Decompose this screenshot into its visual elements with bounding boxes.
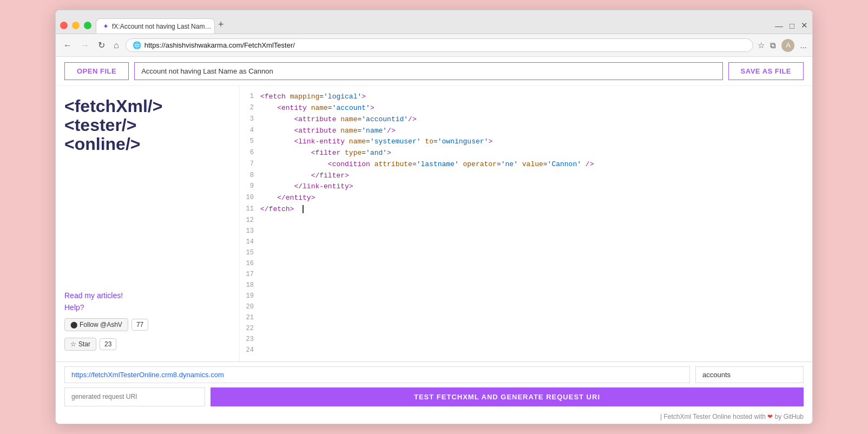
toolbar: OPEN FILE SAVE AS FILE bbox=[56, 57, 812, 86]
code-line: 22 bbox=[240, 324, 812, 334]
line-content bbox=[260, 237, 812, 248]
star-buttons: ☆ Star 23 bbox=[64, 338, 231, 351]
footer-text-after: by GitHub bbox=[775, 413, 804, 420]
generate-button[interactable]: TEST FETCHXML AND GENERATE REQUEST URI bbox=[211, 387, 804, 406]
code-line: 7 <condition attribute='lastname' operat… bbox=[240, 159, 812, 170]
title-bar: ✦ fX:Account not having Last Nam… ✕ + — … bbox=[56, 10, 812, 34]
github-star-button[interactable]: ☆ Star bbox=[64, 338, 96, 351]
line-number: 20 bbox=[240, 302, 260, 313]
code-line: 14 bbox=[240, 237, 812, 248]
line-content bbox=[260, 302, 812, 313]
line-number: 17 bbox=[240, 269, 260, 280]
code-line: 6 <filter type='and'> bbox=[240, 148, 812, 159]
collections-icon[interactable]: ⧉ bbox=[770, 41, 776, 50]
url-row bbox=[64, 366, 804, 383]
line-content bbox=[260, 259, 812, 269]
close-window-button[interactable] bbox=[60, 22, 68, 29]
window-controls bbox=[60, 22, 91, 34]
line-content bbox=[260, 226, 812, 237]
github-buttons: ⬤ Follow @AshV 77 bbox=[64, 318, 231, 331]
line-content bbox=[260, 334, 812, 345]
filename-input[interactable] bbox=[134, 62, 722, 80]
read-articles-link[interactable]: Read my articles! bbox=[64, 291, 231, 300]
tab-actions: — □ ✕ bbox=[775, 21, 808, 34]
browser-window: ✦ fX:Account not having Last Nam… ✕ + — … bbox=[55, 10, 813, 424]
code-line: 8 </filter> bbox=[240, 170, 812, 182]
follow-label: Follow @AshV bbox=[80, 321, 122, 328]
line-number: 5 bbox=[240, 136, 260, 148]
logo-line3: <online/> bbox=[64, 135, 231, 154]
line-number: 2 bbox=[240, 103, 260, 114]
home-button[interactable]: ⌂ bbox=[111, 38, 121, 52]
line-number: 23 bbox=[240, 334, 260, 345]
line-content: </filter> bbox=[260, 170, 812, 182]
line-number: 1 bbox=[240, 91, 260, 103]
minimize-window-button[interactable] bbox=[72, 22, 80, 29]
line-number: 4 bbox=[240, 126, 260, 137]
line-number: 3 bbox=[240, 114, 260, 126]
logo-line2: <tester/> bbox=[64, 116, 231, 135]
open-file-button[interactable]: OPEN FILE bbox=[64, 62, 129, 80]
line-number: 24 bbox=[240, 345, 260, 356]
github-follow-button[interactable]: ⬤ Follow @AshV bbox=[64, 318, 128, 331]
line-content bbox=[260, 345, 812, 356]
code-line: 1<fetch mapping='logical'> bbox=[240, 91, 812, 103]
footer-text-before: | FetchXml Tester Online bbox=[660, 413, 731, 420]
action-row: TEST FETCHXML AND GENERATE REQUEST URI bbox=[64, 387, 804, 406]
editor-area: <fetchXml/> <tester/> <online/> Read my … bbox=[56, 86, 812, 361]
avatar[interactable]: A bbox=[781, 39, 794, 52]
code-editor[interactable]: 1<fetch mapping='logical'>2 <entity name… bbox=[240, 86, 812, 361]
code-line: 24 bbox=[240, 345, 812, 356]
line-number: 8 bbox=[240, 170, 260, 182]
maximize-window-button[interactable] bbox=[84, 22, 91, 29]
page-content: OPEN FILE SAVE AS FILE <fetchXml/> <test… bbox=[56, 57, 812, 424]
active-tab[interactable]: ✦ fX:Account not having Last Nam… ✕ bbox=[96, 18, 215, 34]
line-content: </entity> bbox=[260, 193, 812, 204]
close-icon[interactable]: ✕ bbox=[801, 21, 808, 30]
code-line: 5 <link-entity name='systemuser' to='own… bbox=[240, 136, 812, 148]
reload-button[interactable]: ↻ bbox=[96, 38, 107, 52]
menu-icon[interactable]: ... bbox=[800, 41, 807, 50]
entity-input[interactable] bbox=[695, 366, 804, 383]
code-line: 19 bbox=[240, 291, 812, 302]
line-number: 16 bbox=[240, 259, 260, 269]
line-content bbox=[260, 313, 812, 324]
code-line: 12 bbox=[240, 215, 812, 226]
crm-url-input[interactable] bbox=[64, 366, 690, 383]
line-content bbox=[260, 291, 812, 302]
logo: <fetchXml/> <tester/> <online/> bbox=[64, 97, 231, 154]
code-line: 4 <attribute name='name'/> bbox=[240, 126, 812, 137]
code-line: 16 bbox=[240, 259, 812, 269]
tab-title: fX:Account not having Last Nam… bbox=[112, 23, 211, 30]
star-count: 23 bbox=[100, 338, 116, 350]
code-line: 20 bbox=[240, 302, 812, 313]
back-button[interactable]: ← bbox=[61, 38, 74, 52]
maximize-icon[interactable]: □ bbox=[790, 21, 794, 30]
github-icon: ⬤ bbox=[70, 321, 77, 328]
line-number: 22 bbox=[240, 324, 260, 334]
line-number: 10 bbox=[240, 193, 260, 204]
line-content bbox=[260, 324, 812, 334]
bookmark-icon[interactable]: ☆ bbox=[758, 41, 765, 50]
help-link[interactable]: Help? bbox=[64, 303, 231, 312]
line-number: 15 bbox=[240, 248, 260, 259]
code-line: 23 bbox=[240, 334, 812, 345]
line-number: 14 bbox=[240, 237, 260, 248]
address-bar-input[interactable] bbox=[144, 41, 747, 49]
code-line: 3 <attribute name='accountid'/> bbox=[240, 114, 812, 126]
line-content: <attribute name='accountid'/> bbox=[260, 114, 812, 126]
new-tab-button[interactable]: + bbox=[215, 19, 227, 34]
forward-button[interactable]: → bbox=[78, 38, 91, 52]
globe-icon: 🌐 bbox=[133, 41, 141, 49]
generated-uri-input[interactable] bbox=[64, 387, 205, 406]
code-line: 9 </link-entity> bbox=[240, 181, 812, 193]
save-file-button[interactable]: SAVE AS FILE bbox=[728, 62, 804, 80]
tab-bar: ✦ fX:Account not having Last Nam… ✕ + bbox=[96, 18, 775, 34]
line-content: </link-entity> bbox=[260, 181, 812, 193]
minimize-icon[interactable]: — bbox=[775, 21, 783, 30]
line-content: <attribute name='name'/> bbox=[260, 126, 812, 137]
line-content: <entity name='account'> bbox=[260, 103, 812, 114]
footer: | FetchXml Tester Online hosted with ❤ b… bbox=[56, 411, 812, 424]
follow-count: 77 bbox=[131, 319, 148, 331]
nav-actions: ☆ ⧉ A ... bbox=[758, 39, 807, 52]
